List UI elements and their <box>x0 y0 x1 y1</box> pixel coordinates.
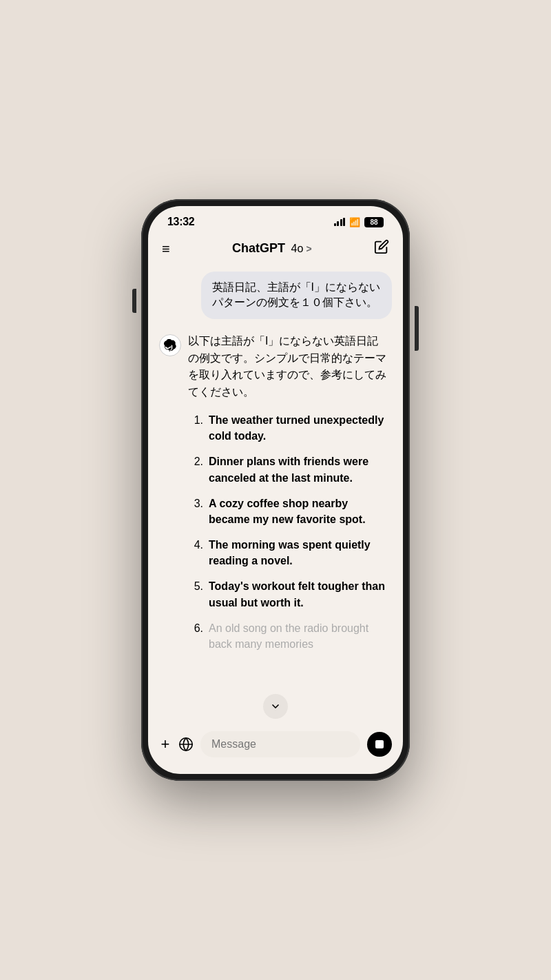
model-version: 4o <box>288 243 303 255</box>
list-text: Today's workout felt tougher than usual … <box>209 578 392 610</box>
list-item: 2.Dinner plans with friends were cancele… <box>188 453 392 485</box>
phone-screen: 13:32 📶 88 ≡ ChatGPT 4o > <box>148 206 403 774</box>
response-list: 1.The weather turned unexpectedly cold t… <box>188 412 392 652</box>
scroll-down-area <box>148 686 403 724</box>
stop-icon <box>375 740 384 748</box>
list-number: 6. <box>188 620 203 637</box>
chat-area: 英語日記、主語が「I」にならないパターンの例文を１０個下さい。 以下は主語が「I… <box>148 265 403 686</box>
status-time: 13:32 <box>167 216 194 228</box>
ai-response: 以下は主語が「I」にならない英語日記の例文です。シンプルで日常的なテーマを取り入… <box>148 333 403 662</box>
message-input[interactable] <box>200 731 360 757</box>
list-text: The weather turned unexpectedly cold tod… <box>209 412 392 444</box>
list-item: 5.Today's workout felt tougher than usua… <box>188 578 392 610</box>
list-number: 1. <box>188 412 203 429</box>
status-bar: 13:32 📶 88 <box>148 206 403 234</box>
chevron-down-icon <box>270 701 281 712</box>
ai-intro: 以下は主語が「I」にならない英語日記の例文です。シンプルで日常的なテーマを取り入… <box>188 333 392 401</box>
nav-title[interactable]: ChatGPT 4o > <box>232 241 311 256</box>
list-item: 6.An old song on the radio brought back … <box>188 620 392 652</box>
battery-icon: 88 <box>364 217 384 227</box>
stop-button[interactable] <box>367 732 392 757</box>
list-item: 1.The weather turned unexpectedly cold t… <box>188 412 392 444</box>
list-item: 4.The morning was spent quietly reading … <box>188 537 392 569</box>
list-item: 3.A cozy coffee shop nearby became my ne… <box>188 496 392 527</box>
list-text: The morning was spent quietly reading a … <box>209 537 392 569</box>
status-icons: 📶 88 <box>334 217 384 227</box>
input-bar: + <box>148 724 403 774</box>
ai-avatar <box>159 334 181 356</box>
scroll-down-button[interactable] <box>263 694 288 719</box>
list-number: 4. <box>188 537 203 554</box>
chevron-icon: > <box>306 243 311 254</box>
list-number: 3. <box>188 496 203 513</box>
add-button[interactable]: + <box>159 733 171 755</box>
ai-content: 以下は主語が「I」にならない英語日記の例文です。シンプルで日常的なテーマを取り入… <box>188 333 392 662</box>
nav-bar: ≡ ChatGPT 4o > <box>148 234 403 265</box>
list-number: 2. <box>188 453 203 471</box>
globe-icon[interactable] <box>178 733 194 755</box>
edit-icon[interactable] <box>374 239 389 258</box>
list-number: 5. <box>188 578 203 595</box>
list-text: Dinner plans with friends were canceled … <box>209 453 392 485</box>
list-text: An old song on the radio brought back ma… <box>209 620 392 652</box>
app-name: ChatGPT <box>232 241 285 256</box>
menu-icon[interactable]: ≡ <box>162 242 170 256</box>
signal-icon <box>334 218 346 226</box>
list-text: A cozy coffee shop nearby became my new … <box>209 496 392 527</box>
user-message: 英語日記、主語が「I」にならないパターンの例文を１０個下さい。 <box>201 272 393 319</box>
phone-frame: 13:32 📶 88 ≡ ChatGPT 4o > <box>141 199 410 781</box>
wifi-icon: 📶 <box>349 217 360 227</box>
